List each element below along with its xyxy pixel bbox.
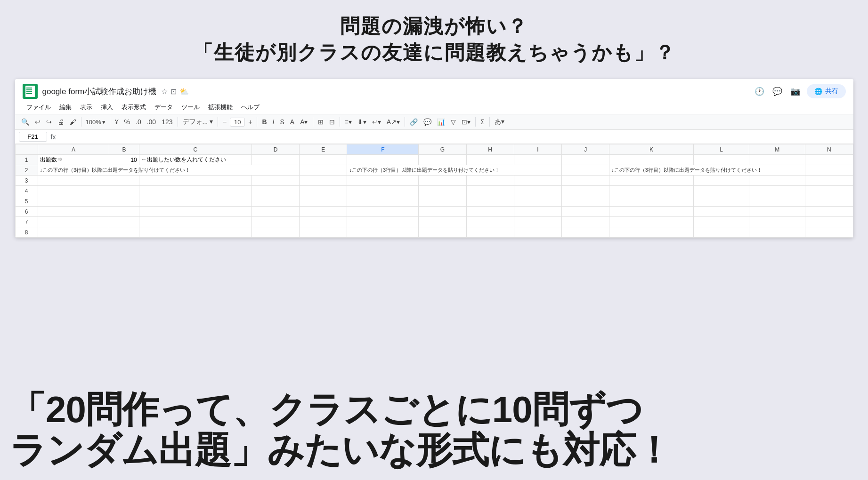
cell-C1[interactable]: ←出題したい数を入れてください	[139, 155, 251, 165]
filter-btn[interactable]: ▽	[448, 117, 458, 127]
cell-H8[interactable]	[466, 227, 514, 238]
cell-N2[interactable]	[805, 165, 853, 176]
cell-N1[interactable]	[805, 155, 853, 165]
text-color-btn[interactable]: A▾	[298, 117, 310, 127]
cell-I7[interactable]	[514, 217, 561, 227]
font-dropdown[interactable]: デフォ... ▾	[180, 116, 216, 128]
merge-cells-btn[interactable]: ⊡	[327, 117, 337, 127]
font-size-decrease[interactable]: −	[220, 117, 229, 127]
menu-tools[interactable]: ツール	[178, 102, 203, 113]
align-h-btn[interactable]: ≡▾	[342, 117, 354, 127]
cell-I4[interactable]	[514, 186, 561, 196]
cell-F8[interactable]	[347, 227, 419, 238]
cell-H6[interactable]	[466, 207, 514, 217]
cell-C5[interactable]	[139, 196, 251, 207]
col-B[interactable]: B	[109, 144, 139, 155]
menu-extensions[interactable]: 拡張機能	[204, 102, 236, 113]
cell-F4[interactable]	[347, 186, 419, 196]
cell-L7[interactable]	[693, 217, 749, 227]
col-D[interactable]: D	[251, 144, 299, 155]
col-N[interactable]: N	[805, 144, 853, 155]
cell-E6[interactable]	[300, 207, 347, 217]
cell-C4[interactable]	[139, 186, 251, 196]
cell-C7[interactable]	[139, 217, 251, 227]
cell-E8[interactable]	[300, 227, 347, 238]
cell-N4[interactable]	[805, 186, 853, 196]
cell-G5[interactable]	[419, 196, 466, 207]
cell-G4[interactable]	[419, 186, 466, 196]
undo-btn[interactable]: ↩	[32, 117, 43, 127]
cell-L4[interactable]	[693, 186, 749, 196]
cell-B4[interactable]	[109, 186, 139, 196]
cell-M1[interactable]	[749, 155, 805, 165]
font-size-input[interactable]: 10	[230, 118, 245, 127]
comment-add-btn[interactable]: 💬	[421, 117, 434, 127]
cell-J7[interactable]	[562, 217, 609, 227]
cell-J3[interactable]	[562, 176, 609, 186]
cell-L5[interactable]	[693, 196, 749, 207]
cell-B1[interactable]: 10	[109, 155, 139, 165]
print-btn[interactable]: 🖨	[55, 117, 66, 127]
cell-A1[interactable]: 出題数⇒	[38, 155, 109, 165]
cell-F3[interactable]	[347, 176, 419, 186]
strikethrough-btn[interactable]: S	[277, 117, 286, 127]
cell-L6[interactable]	[693, 207, 749, 217]
comment-icon[interactable]: 💬	[771, 85, 784, 98]
cell-A3[interactable]	[38, 176, 109, 186]
filter-views-btn[interactable]: ⊡▾	[459, 117, 473, 127]
cell-B6[interactable]	[109, 207, 139, 217]
font-size-increase[interactable]: +	[246, 117, 254, 127]
cell-A6[interactable]	[38, 207, 109, 217]
cell-G1[interactable]	[419, 155, 466, 165]
cell-K5[interactable]	[609, 196, 693, 207]
cell-L8[interactable]	[693, 227, 749, 238]
menu-view[interactable]: 表示	[76, 102, 96, 113]
cell-A8[interactable]	[38, 227, 109, 238]
cell-J1[interactable]	[562, 155, 609, 165]
col-I[interactable]: I	[514, 144, 561, 155]
cell-N7[interactable]	[805, 217, 853, 227]
cell-M6[interactable]	[749, 207, 805, 217]
cell-G6[interactable]	[419, 207, 466, 217]
cell-A2[interactable]: ↓この下の行（3行目）以降に出題データを貼り付けてください！	[38, 165, 300, 176]
cell-D6[interactable]	[251, 207, 299, 217]
cell-I5[interactable]	[514, 196, 561, 207]
menu-format[interactable]: 表示形式	[118, 102, 150, 113]
cell-C3[interactable]	[139, 176, 251, 186]
cell-N8[interactable]	[805, 227, 853, 238]
cell-B8[interactable]	[109, 227, 139, 238]
zoom-control[interactable]: 100% ▾	[84, 118, 107, 127]
cell-D5[interactable]	[251, 196, 299, 207]
percent-btn[interactable]: %	[122, 117, 132, 127]
col-F[interactable]: F	[347, 144, 419, 155]
col-M[interactable]: M	[749, 144, 805, 155]
col-A[interactable]: A	[38, 144, 109, 155]
input-method-btn[interactable]: あ▾	[492, 116, 507, 128]
cell-M3[interactable]	[749, 176, 805, 186]
cell-H1[interactable]	[466, 155, 514, 165]
cell-I1[interactable]	[514, 155, 561, 165]
menu-help[interactable]: ヘルプ	[237, 102, 263, 113]
bold-btn[interactable]: B	[260, 117, 269, 127]
cell-K8[interactable]	[609, 227, 693, 238]
cell-E4[interactable]	[300, 186, 347, 196]
cell-G3[interactable]	[419, 176, 466, 186]
camera-icon[interactable]: 📷	[789, 85, 802, 98]
menu-file[interactable]: ファイル	[23, 102, 55, 113]
cell-J4[interactable]	[562, 186, 609, 196]
cell-E7[interactable]	[300, 217, 347, 227]
cell-D1[interactable]	[251, 155, 299, 165]
cell-I3[interactable]	[514, 176, 561, 186]
cell-D7[interactable]	[251, 217, 299, 227]
cell-C8[interactable]	[139, 227, 251, 238]
cloud-icon[interactable]: ⛅	[179, 87, 189, 96]
cell-N5[interactable]	[805, 196, 853, 207]
link-btn[interactable]: 🔗	[407, 117, 420, 127]
col-H[interactable]: H	[466, 144, 514, 155]
cell-G8[interactable]	[419, 227, 466, 238]
cell-B3[interactable]	[109, 176, 139, 186]
search-toolbar-btn[interactable]: 🔍	[19, 117, 32, 127]
menu-data[interactable]: データ	[151, 102, 177, 113]
cell-N6[interactable]	[805, 207, 853, 217]
chart-btn[interactable]: 📊	[435, 117, 447, 127]
